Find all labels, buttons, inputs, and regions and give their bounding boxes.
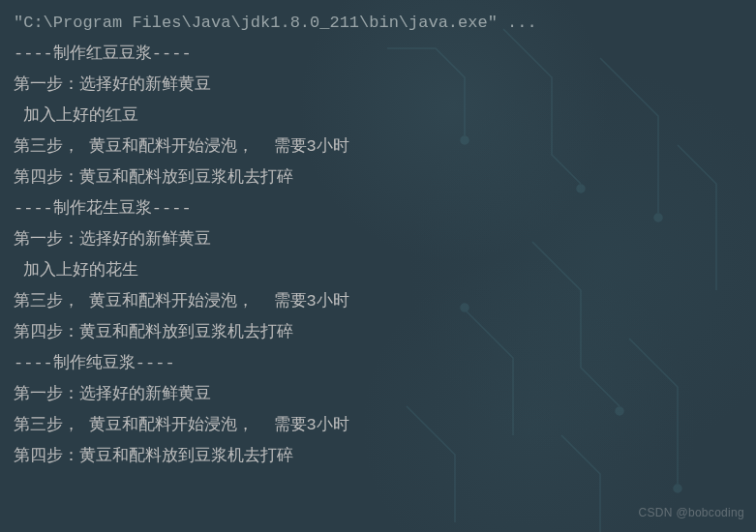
output-line: 第三步， 黄豆和配料开始浸泡， 需要3小时 <box>14 410 742 441</box>
output-line: 第一步：选择好的新鲜黄豆 <box>14 224 742 255</box>
output-line: 第三步， 黄豆和配料开始浸泡， 需要3小时 <box>14 132 742 163</box>
watermark-text: CSDN @bobcoding <box>639 497 744 528</box>
output-line: 加入上好的红豆 <box>14 101 742 132</box>
command-line: "C:\Program Files\Java\jdk1.8.0_211\bin\… <box>14 8 742 39</box>
output-line: 加入上好的花生 <box>14 255 742 286</box>
output-line: 第三步， 黄豆和配料开始浸泡， 需要3小时 <box>14 286 742 317</box>
output-line: 第四步：黄豆和配料放到豆浆机去打碎 <box>14 441 742 472</box>
svg-point-5 <box>674 485 681 492</box>
output-line: ----制作花生豆浆---- <box>14 193 742 224</box>
output-line: 第四步：黄豆和配料放到豆浆机去打碎 <box>14 163 742 193</box>
output-line: ----制作红豆豆浆---- <box>14 39 742 70</box>
output-line: 第一步：选择好的新鲜黄豆 <box>14 70 742 101</box>
output-line: 第一步：选择好的新鲜黄豆 <box>14 379 742 410</box>
output-line: 第四步：黄豆和配料放到豆浆机去打碎 <box>14 317 742 348</box>
output-line: ----制作纯豆浆---- <box>14 348 742 379</box>
console-output: "C:\Program Files\Java\jdk1.8.0_211\bin\… <box>14 8 742 472</box>
